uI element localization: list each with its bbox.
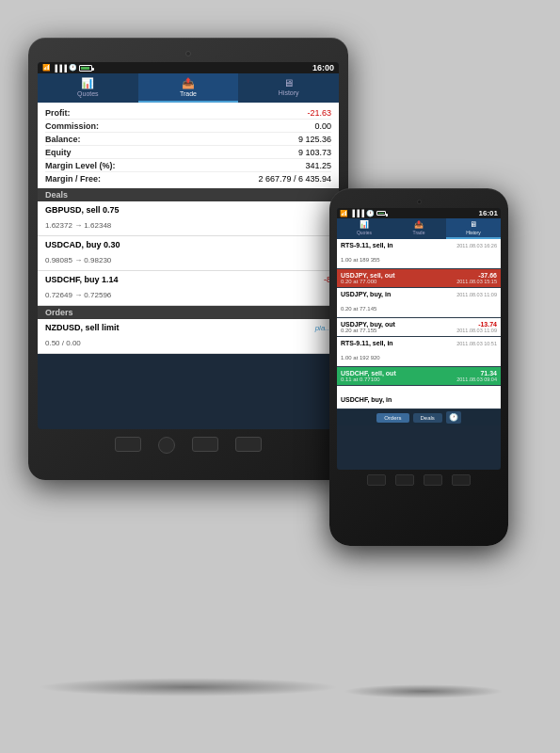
phone-status-icons: 📶 ▐▐▐ 🕐: [340, 210, 386, 217]
phone-battery-icon: [376, 211, 386, 216]
phone-history-row-6: USDCHF, buy, in: [337, 386, 501, 409]
balance-label: Balance:: [45, 135, 81, 144]
tab-trade[interactable]: 📤 Trade: [138, 73, 239, 103]
clock-icon: 🕐: [69, 64, 77, 72]
phone-orders-btn[interactable]: Orders: [376, 413, 408, 423]
account-info: Profit: -21.63 Commission: 0.00 Balance:…: [38, 103, 339, 188]
phone-deal-4-date: 2011.08.03 10:51: [456, 341, 497, 346]
order-item-nzdusd: NZDUSD, sell limit pla... 0.50 / 0.00: [38, 319, 339, 354]
history-icon: 🖥: [283, 77, 294, 88]
phone-deal-3-title: USDJPY, buy, out: [341, 321, 395, 328]
phone-tab-history[interactable]: 🖥 History: [446, 218, 501, 239]
phone-deal-1-sub: 0.20 at 77.000: [341, 279, 376, 284]
wifi-icon: 📶: [42, 64, 51, 72]
order-nzdusd-subtitle: 0.50 / 0.00: [45, 339, 81, 347]
phone-tab-quotes[interactable]: 📊 Quotes: [337, 218, 392, 239]
phone-deal-5-title: USDCHF, sell, out: [341, 370, 396, 376]
tab-history[interactable]: 🖥 History: [238, 73, 339, 103]
phone-tab-trade-label: Trade: [413, 230, 425, 235]
phone-deal-3-sub: 0.20 at 77.155: [341, 328, 376, 333]
phone-camera: [417, 200, 422, 204]
battery-icon: [79, 65, 92, 72]
phone-clock-icon: 🕐: [366, 210, 375, 217]
phone-history-row-2: USDJPY, buy, in 2011.08.03 11:09 0.20 at…: [337, 288, 501, 318]
phone-history-row-0: RTS-9.11, sell, in 2011.08.03 16:26 1.00…: [337, 239, 501, 269]
commission-value: 0.00: [314, 121, 331, 131]
tablet-buttons: [38, 437, 339, 454]
phone-wifi-icon: 📶: [340, 210, 348, 217]
phone-deal-1-value: -37.66: [478, 272, 497, 279]
tab-quotes[interactable]: 📊 Quotes: [38, 73, 138, 103]
phone-status-bar: 📶 ▐▐▐ 🕐 16:01: [337, 208, 501, 218]
equity-value: 9 103.73: [298, 148, 331, 157]
phone-deal-1-title: USDJPY, sell, out: [341, 272, 395, 279]
tablet-status-bar: 📶 ▐▐▐ 🕐 16:00: [38, 62, 339, 73]
tablet-shadow: [38, 678, 339, 697]
signal-icon: ▐▐▐: [53, 65, 67, 72]
tablet-time: 16:00: [312, 63, 334, 72]
phone-btn-back[interactable]: [424, 474, 442, 486]
account-row-profit: Profit: -21.63: [45, 106, 331, 120]
deal-item-usdchf: USDCHF, buy 1.14 -8 0.72649 → 0.72596: [38, 271, 339, 306]
margin-free-label: Margin / Free:: [45, 174, 101, 184]
account-row-equity: Equity 9 103.73: [45, 146, 331, 159]
phone-clock-filter-btn[interactable]: 🕐: [446, 411, 461, 424]
phone-tab-history-label: History: [466, 230, 481, 235]
profit-value: -21.63: [307, 108, 331, 118]
phone-deal-2-title: USDJPY, buy, in: [341, 291, 391, 297]
phone-deal-2-sub: 0.20 at 77.145: [341, 306, 376, 312]
deal-usdcad-subtitle: 0.98085 → 0.98230: [45, 256, 111, 264]
tablet-status-icons: 📶 ▐▐▐ 🕐: [42, 64, 92, 72]
phone-history-row-4: RTS-9.11, sell, in 2011.08.03 10:51 1.00…: [337, 337, 501, 367]
margin-level-value: 341.25: [305, 161, 331, 170]
phone-buttons: [337, 474, 501, 486]
deal-usdcad-title: USDCAD, buy 0.30: [45, 240, 120, 249]
phone-trade-icon: 📤: [414, 220, 424, 229]
orders-header: Orders: [38, 306, 339, 319]
phone-time: 16:01: [479, 209, 498, 217]
tab-quotes-label: Quotes: [77, 90, 99, 97]
deal-gbpusd-subtitle: 1.62372 → 1.62348: [45, 221, 111, 230]
tablet-btn-back[interactable]: [192, 437, 218, 452]
phone-bottom-bar: Orders Deals 🕐: [337, 409, 501, 425]
margin-level-label: Margin Level (%):: [45, 161, 116, 170]
phone-deal-4-sub: 1.00 at 192 920: [341, 355, 380, 360]
phone-history-icon: 🖥: [470, 220, 477, 229]
equity-label: Equity: [45, 148, 72, 157]
tablet-screen: 📶 ▐▐▐ 🕐 16:00 📊 Quotes 📤 Trade 🖥 Histo: [38, 62, 339, 429]
phone-deal-0-sub: 1.00 at 189 355: [341, 257, 380, 263]
tablet-btn-menu[interactable]: [115, 437, 141, 452]
phone-deals-btn[interactable]: Deals: [413, 413, 442, 423]
account-row-margin-free: Margin / Free: 2 667.79 / 6 435.94: [45, 172, 331, 184]
phone-btn-home[interactable]: [367, 474, 386, 486]
phone-history-row-3: USDJPY, buy, out -13.74 0.20 at 77.155 2…: [337, 318, 501, 337]
phone-tab-trade[interactable]: 📤 Trade: [392, 218, 446, 239]
tablet-btn-search[interactable]: [235, 437, 262, 452]
tab-history-label: History: [279, 89, 299, 96]
deal-usdchf-subtitle: 0.72649 → 0.72596: [45, 291, 111, 299]
tab-trade-label: Trade: [180, 90, 197, 97]
deal-usdchf-title: USDCHF, buy 1.14: [45, 275, 119, 284]
phone-deal-5-value: 71.34: [480, 370, 497, 376]
balance-value: 9 125.36: [298, 135, 331, 144]
deal-item-usdcad: USDCAD, buy 0.30 0.98085 → 0.98230: [38, 236, 339, 271]
phone-btn-menu[interactable]: [395, 474, 414, 486]
phone-deal-6-title: USDCHF, buy, in: [341, 396, 392, 403]
phone-tab-quotes-label: Quotes: [357, 230, 372, 235]
phone-deal-0-date: 2011.08.03 16:26: [456, 243, 497, 248]
phone-btn-search[interactable]: [452, 474, 471, 486]
profit-label: Profit:: [45, 108, 71, 118]
phone-deal-2-date: 2011.08.03 11:09: [456, 292, 497, 297]
phone-deal-3-value: -13.74: [478, 321, 497, 328]
account-row-balance: Balance: 9 125.36: [45, 133, 331, 146]
tablet-btn-home[interactable]: [158, 437, 175, 454]
phone-quotes-icon: 📊: [360, 220, 369, 229]
phone-deal-1-date: 2011.08.03 15:15: [456, 279, 497, 284]
quotes-icon: 📊: [81, 77, 94, 89]
phone-screen: 📶 ▐▐▐ 🕐 16:01 📊 Quotes 📤 Trade 🖥 Histo: [337, 208, 501, 470]
phone-deal-0-title: RTS-9.11, sell, in: [341, 242, 393, 248]
tablet: 📶 ▐▐▐ 🕐 16:00 📊 Quotes 📤 Trade 🖥 Histo: [28, 38, 348, 480]
phone-deal-4-title: RTS-9.11, sell, in: [341, 340, 393, 346]
trade-icon: 📤: [182, 77, 195, 89]
tablet-nav-tabs: 📊 Quotes 📤 Trade 🖥 History: [38, 73, 339, 103]
